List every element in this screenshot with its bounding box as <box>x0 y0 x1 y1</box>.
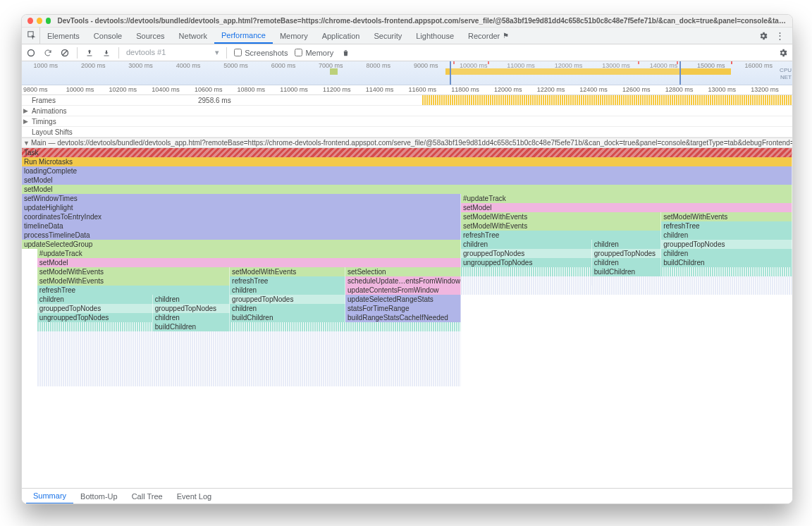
flame-entry[interactable]: buildChildren <box>592 267 661 276</box>
frames-track[interactable]: Frames 2958.6 ms <box>22 95 792 106</box>
tab-lighthouse[interactable]: Lighthouse <box>409 27 461 44</box>
flame-entry[interactable] <box>592 276 792 286</box>
flame-entry[interactable]: children <box>37 295 153 304</box>
tab-security[interactable]: Security <box>367 27 409 44</box>
flame-entry[interactable]: timelineData <box>22 221 461 231</box>
flame-entry[interactable]: refreshTree <box>37 286 230 295</box>
flame-entry[interactable]: children <box>230 286 345 295</box>
flame-entry[interactable]: children <box>461 240 592 249</box>
main-thread-header[interactable]: ▼ Main — devtools://devtools/bundled/dev… <box>22 138 792 148</box>
flame-entry[interactable] <box>461 276 592 286</box>
flame-entry[interactable]: buildRangeStatsCacheIfNeeded <box>345 313 461 322</box>
overview-selection[interactable] <box>450 61 681 85</box>
flame-entry[interactable]: grouppedTopNodes <box>461 249 592 258</box>
flame-entry[interactable] <box>37 368 461 377</box>
flame-entry[interactable]: children <box>661 231 792 240</box>
flame-entry[interactable]: updateHighlight <box>22 203 461 212</box>
animations-track[interactable]: ▶Animations <box>22 106 792 116</box>
flame-entry[interactable]: setModelWithEvents <box>230 267 345 276</box>
flame-entry[interactable]: ungrouppedTopNodes <box>461 258 592 267</box>
flame-entry[interactable]: children <box>661 249 792 258</box>
tab-recorder[interactable]: Recorder <box>461 27 507 44</box>
flame-entry[interactable] <box>37 377 461 386</box>
flame-entry[interactable]: ungrouppedTopNodes <box>37 313 153 322</box>
detail-tab-summary[interactable]: Summary <box>26 489 73 504</box>
flame-entry[interactable]: scheduleUpdate…entsFromWindow <box>345 276 461 286</box>
tab-sources[interactable]: Sources <box>129 27 171 44</box>
flame-entry[interactable]: buildChildren <box>153 322 230 331</box>
flame-entry[interactable]: children <box>153 313 230 322</box>
detail-tab-bottom-up[interactable]: Bottom-Up <box>73 489 125 503</box>
flame-entry[interactable]: children <box>592 240 661 249</box>
flame-entry[interactable]: refreshTree <box>661 221 792 231</box>
minimize-icon[interactable] <box>37 18 42 24</box>
flame-entry[interactable] <box>37 350 461 359</box>
timeline-overview[interactable]: 1000 ms2000 ms3000 ms4000 ms5000 ms6000 … <box>22 61 792 85</box>
flame-entry[interactable]: setModel <box>37 258 461 267</box>
zoom-icon[interactable] <box>46 18 51 24</box>
flame-entry[interactable]: grouppedTopNodes <box>153 304 230 313</box>
flame-entry[interactable]: setModelWithEvents <box>37 276 230 286</box>
flame-entry[interactable]: buildChildren <box>661 258 792 267</box>
flame-entry[interactable]: statsForTimeRange <box>345 304 461 313</box>
flame-entry[interactable]: refreshTree <box>230 276 345 286</box>
flame-entry[interactable] <box>661 267 792 276</box>
flame-entry[interactable]: updateSelectedGroup <box>22 240 461 249</box>
flame-entry[interactable]: setModelWithEvents <box>461 212 661 221</box>
close-icon[interactable] <box>27 18 33 24</box>
download-icon[interactable] <box>102 48 111 58</box>
flame-entry[interactable] <box>461 267 592 276</box>
reload-icon[interactable] <box>43 48 53 58</box>
record-icon[interactable] <box>26 48 36 58</box>
flame-entry[interactable]: loadingComplete <box>22 166 792 176</box>
flame-entry[interactable]: setModelWithEvents <box>461 221 661 231</box>
tab-elements[interactable]: Elements <box>40 27 87 44</box>
flame-entry[interactable] <box>230 322 461 331</box>
flame-entry[interactable]: #updateTrack <box>461 194 792 203</box>
capture-settings-icon[interactable] <box>778 48 788 58</box>
screenshots-checkbox[interactable] <box>234 49 242 56</box>
flame-entry[interactable]: children <box>592 258 661 267</box>
tab-performance[interactable]: Performance <box>214 27 273 44</box>
flame-entry[interactable] <box>37 322 153 331</box>
inspect-element-icon[interactable] <box>25 27 40 44</box>
flame-entry[interactable]: setSelection <box>345 267 461 276</box>
tab-console[interactable]: Console <box>87 27 129 44</box>
tab-application[interactable]: Application <box>315 27 367 44</box>
flame-entry[interactable]: grouppedTopNodes <box>661 240 792 249</box>
screenshots-toggle[interactable]: Screenshots <box>234 49 288 57</box>
detail-ruler[interactable]: 9800 ms10000 ms10200 ms10400 ms10600 ms1… <box>22 85 792 95</box>
trash-icon[interactable] <box>340 48 350 58</box>
detail-tab-event-log[interactable]: Event Log <box>170 489 219 503</box>
session-select[interactable]: devtools #1 ▾ <box>126 48 219 58</box>
tab-memory[interactable]: Memory <box>273 27 315 44</box>
flame-entry[interactable]: buildChildren <box>230 313 345 322</box>
flame-entry[interactable]: setModel <box>22 185 792 194</box>
flame-entry[interactable] <box>461 286 792 295</box>
flame-entry[interactable]: Run Microtasks <box>22 157 792 166</box>
flame-entry[interactable]: setModel <box>22 176 792 185</box>
flame-entry[interactable] <box>37 331 461 341</box>
settings-icon[interactable] <box>758 31 768 41</box>
flame-entry[interactable]: Task <box>22 148 792 157</box>
flame-entry[interactable]: processTimelineData <box>22 231 461 240</box>
tab-network[interactable]: Network <box>172 27 214 44</box>
more-icon[interactable]: ⋮ <box>775 30 785 41</box>
flame-entry[interactable]: coordinatesToEntryIndex <box>22 212 461 221</box>
timings-track[interactable]: ▶Timings <box>22 116 792 127</box>
flame-entry[interactable]: setModelWithEvents <box>661 212 792 221</box>
layout-shifts-track[interactable]: Layout Shifts <box>22 127 792 137</box>
flame-entry[interactable]: children <box>230 304 345 313</box>
flame-entry[interactable]: refreshTree <box>461 231 661 240</box>
flame-entry[interactable]: updateContentsFromWindow <box>345 286 461 295</box>
flame-entry[interactable] <box>37 359 461 368</box>
flame-chart[interactable]: TaskRun MicrotasksloadingCompletesetMode… <box>22 148 792 488</box>
flame-entry[interactable]: setModel <box>461 203 792 212</box>
flame-entry[interactable]: setModelWithEvents <box>37 267 230 276</box>
flame-entry[interactable]: grouppedTopNodes <box>592 249 661 258</box>
upload-icon[interactable] <box>85 48 94 58</box>
flame-entry[interactable]: grouppedTopNodes <box>37 304 153 313</box>
memory-toggle[interactable]: Memory <box>295 49 333 57</box>
detail-tab-call-tree[interactable]: Call Tree <box>125 489 170 503</box>
flame-entry[interactable]: #updateTrack <box>37 249 461 258</box>
